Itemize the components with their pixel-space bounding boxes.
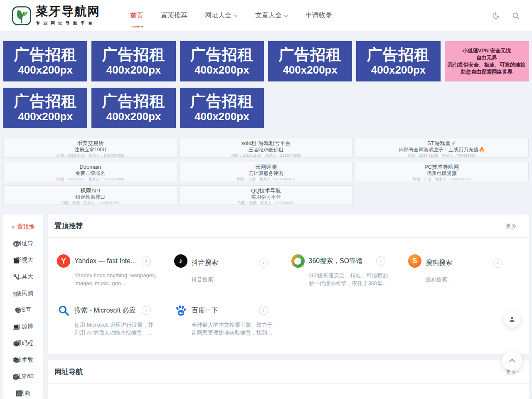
sidebar-item-sourcecode[interactable]: 📦源码程 (3, 335, 43, 352)
open-link-button[interactable] (142, 306, 151, 315)
world-icon: 🌍 (12, 374, 19, 380)
nav-home-label: 首页 (130, 11, 143, 20)
site-card-desc: Yandex finds anything: webpages, images,… (74, 271, 158, 287)
text-ad-title: 云网评测 (180, 164, 353, 170)
text-ad[interactable]: PC技术导航网优质电脑资源到期：长期 联系人：1781892318 (355, 162, 529, 181)
site-card-title: 搜索 - Microsoft 必应 (74, 306, 140, 315)
site-title: 菜牙导航网 (36, 5, 100, 17)
sidebar-item-movies[interactable]: 🎬影视大 (3, 252, 43, 268)
leaf-logo-icon (12, 6, 32, 26)
nav-articles[interactable]: 文章大全 (255, 11, 288, 20)
ad-size: 400x200px (18, 64, 73, 76)
ad-title: 广告招租 (367, 46, 430, 64)
sidebar-item-ps[interactable]: 🎨PS互 (3, 302, 43, 318)
bing-search-icon (57, 304, 70, 317)
ad-banner[interactable]: 广告招租400x200px (180, 41, 264, 81)
logo-text: 菜牙导航网 专业网址导航平台 (36, 5, 100, 26)
pinned-panel: 置顶推荐 更多+ Y Yandex — fast Inte… Yandex fi… (48, 214, 529, 354)
ad-size: 400x200px (106, 111, 161, 123)
text-ad[interactable]: ST游戏盒子内部号全网游戏盒子！上线百万充值🔥到期：2025-12-25 联系人… (355, 138, 529, 158)
chevron-right-icon (378, 259, 383, 264)
text-ad[interactable]: 币安交易所注册立拿100U到期：2026-3-13 联系人：1053794002 (3, 138, 177, 158)
main-column: 置顶推荐 更多+ Y Yandex — fast Inte… Yandex fi… (48, 214, 529, 399)
chevron-right-icon (261, 308, 266, 313)
chevron-up-icon (508, 357, 516, 365)
user-profile-button[interactable] (504, 311, 520, 328)
nav-home[interactable]: 首页 (130, 11, 143, 20)
site-card-desc: 搜狗搜索... (426, 276, 509, 288)
ad-title: 广告招租 (102, 46, 165, 64)
active-nav-indicator (131, 26, 143, 27)
ad-banner[interactable]: 广告招租400x200px (3, 41, 87, 81)
site-card-sogou[interactable]: S 搜狗搜索 搜狗搜索... (408, 254, 521, 287)
site-card-baidu[interactable]: du 百度一下 全球最大的中文搜索引擎、致力于让网民更便捷地获取信息，找到… (174, 304, 287, 337)
text-ad-grid: 币安交易所注册立拿100U到期：2026-3-13 联系人：1053794002… (3, 138, 529, 205)
sidebar-item-world60[interactable]: 🌍世界60 (3, 368, 43, 385)
sidebar-item-opensource[interactable]: 💻开源博 (3, 318, 43, 335)
text-ad[interactable]: solo租 游戏租号平台王者吃鸡低价租到期：2025-12-20 联系人：210… (179, 138, 353, 158)
sogou-icon: S (408, 254, 421, 268)
vpn-ad-banner[interactable]: 小狐狸VPN 安全无忧 自由无界 我们提供安全、极速、可靠的连接 助您自由探索网… (445, 41, 529, 81)
moon-icon (492, 12, 500, 20)
ad-banner[interactable]: 广告招租400x200px (3, 88, 87, 128)
sidebar-item-tutorials[interactable]: 📚技术教 (3, 352, 43, 368)
nav-pinned[interactable]: 置顶推荐 (161, 11, 187, 20)
chevron-right-icon (144, 308, 149, 313)
sidebar-item-sites[interactable]: 🌐网址导 (3, 235, 43, 252)
site-card-desc: 抖音搜索... (192, 276, 275, 288)
open-link-button[interactable] (493, 259, 502, 268)
open-link-button[interactable] (259, 306, 268, 315)
site-card-bing[interactable]: 搜索 - Microsoft 必应 使用 Microsoft 必应进行搜索，并利… (57, 304, 170, 337)
site-card-title: 搜狗搜索 (426, 259, 491, 267)
ad-banner[interactable]: 广告招租400x200px (91, 41, 175, 81)
site-subtitle: 专业网址导航平台 (36, 20, 100, 26)
ad-banner[interactable]: 广告招租400x200px (356, 41, 440, 81)
chevron-right-icon (261, 261, 266, 266)
svg-text:du: du (179, 311, 183, 315)
section-title: 置顶推荐 (54, 221, 83, 231)
site-card-yandex[interactable]: Y Yandex — fast Inte… Yandex finds anyth… (57, 254, 170, 287)
yandex-icon: Y (57, 254, 70, 268)
user-icon (508, 315, 516, 323)
text-ad-subtitle: 免费二级域名 (4, 170, 177, 177)
ad-banner[interactable]: 广告招租400x200px (91, 88, 175, 128)
sidebar-item-pinned[interactable]: 置顶推 (3, 219, 43, 235)
text-ad-meta: 到期：长期 联系人：1037864613 (180, 177, 353, 181)
text-ad-subtitle: 实用学习平台 (180, 194, 353, 200)
text-ad-subtitle: 稳定数据接口 (4, 194, 177, 200)
text-ad-meta: 到期：长期 联系人：1781892318 (355, 177, 528, 181)
search-button[interactable] (511, 11, 520, 20)
open-link-button[interactable] (376, 256, 385, 266)
section-title: 网址导航 (54, 367, 83, 377)
back-to-top-button[interactable] (502, 351, 522, 371)
text-ad[interactable]: QQ技术导航实用学习平台到期：长期 联系人：190599267 (179, 185, 353, 205)
nav-pinned-label: 置顶推荐 (161, 11, 187, 20)
more-link[interactable]: 更多+ (505, 222, 520, 230)
text-ad[interactable]: 枫雨API稳定数据接口到期：长期 联系人：1225579156 (3, 185, 177, 205)
ad-title: 广告招租 (102, 93, 165, 111)
open-link-button[interactable] (259, 259, 268, 268)
nav-sites[interactable]: 网址大全 (205, 11, 238, 20)
text-ad[interactable]: Ddomain免费二级域名到期：2025-12-2 联系人：2472652060 (3, 162, 177, 181)
vpn-ad-line: 我们提供安全、极速、可靠的连接 (448, 62, 526, 69)
site-card-360[interactable]: 360搜索，SO靠谱 360搜索是安全、精准、可信赖的新一代搜索引擎，依托于36… (291, 254, 404, 287)
search-icon (512, 12, 520, 20)
text-ad-meta: 到期：2025-12-25 联系人：704429956 (355, 153, 528, 158)
ad-banner[interactable]: 广告招租400x200px (180, 88, 264, 128)
dark-mode-toggle[interactable] (491, 11, 500, 20)
sidebar-item-shopping[interactable]: 🛒便民购 (3, 285, 43, 302)
text-ad-subtitle: 王者吃鸡低价租 (180, 147, 353, 153)
site-card-title: 抖音搜索 (192, 259, 257, 267)
nav-submit[interactable]: 申请收录 (305, 11, 332, 20)
site-card-douyin[interactable]: ♪ 抖音搜索 抖音搜索... (174, 254, 287, 287)
sidebar-item-carrier[interactable]: 📶营商 (3, 385, 43, 399)
text-ad[interactable]: 云网评测云计算服务评测到期：长期 联系人：1037864613 (179, 162, 353, 181)
sidebar-item-tools[interactable]: 🔧工具大 (3, 268, 43, 285)
nav-sites-panel-header: 网址导航 更多+ (48, 360, 529, 384)
header: 菜牙导航网 专业网址导航平台 首页 置顶推荐 网址大全 文章大全 申请收录 (0, 0, 532, 32)
site-logo[interactable]: 菜牙导航网 专业网址导航平台 (12, 5, 100, 26)
ad-title: 广告招租 (14, 46, 77, 64)
ad-size: 400x200px (106, 64, 161, 76)
ad-banner[interactable]: 广告招租400x200px (268, 41, 352, 81)
open-link-button[interactable] (142, 256, 151, 266)
